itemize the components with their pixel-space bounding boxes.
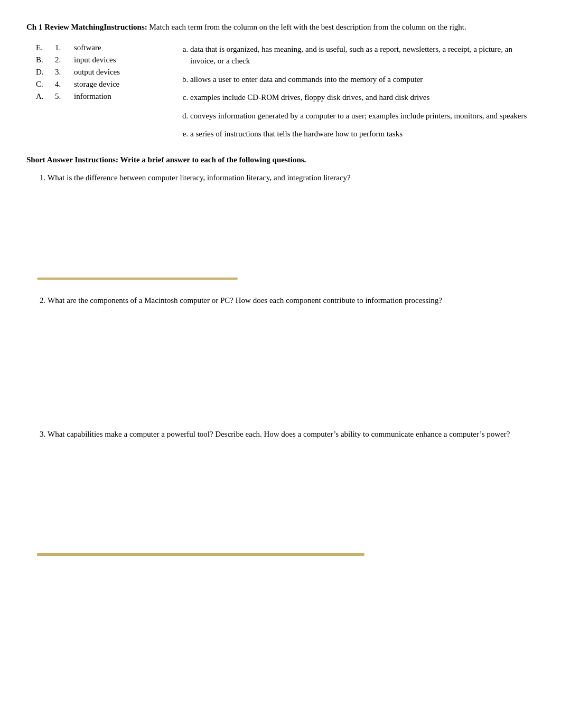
term-cell: output devices [70,66,124,78]
table-row: D. 3. output devices [32,66,124,78]
underline-bar-bottom [37,553,364,556]
list-item: examples include CD-ROM drives, floppy d… [190,90,534,105]
short-answer-section: Short Answer Instructions: Write a brief… [26,155,534,557]
term-cell: storage device [70,78,124,90]
matching-container: E. 1. software B. 2. input devices D. 3.… [32,42,534,145]
question-2: What are the components of a Macintosh c… [48,294,534,423]
answer-space-2 [48,307,534,423]
table-row: C. 4. storage device [32,78,124,90]
letter-cell: B. [32,54,51,66]
list-item: a series of instructions that tells the … [190,126,534,142]
list-item: data that is organized, has meaning, and… [190,42,534,69]
instructions-bold-label: Instructions: [104,23,147,31]
table-row: B. 2. input devices [32,54,124,66]
section-header: Ch 1 Review MatchingInstructions: Match … [26,21,534,33]
matching-left: E. 1. software B. 2. input devices D. 3.… [32,42,180,145]
question-2-text: What are the components of a Macintosh c… [48,296,442,305]
matching-right: data that is organized, has meaning, and… [180,42,534,145]
letter-cell: D. [32,66,51,78]
letter-cell: E. [32,42,51,54]
answer-space-3 [48,440,534,556]
answer-space-1 [48,183,534,289]
letter-cell: A. [32,90,51,103]
short-answer-bold-label: Short Answer Instructions: [26,155,118,164]
list-item: allows a user to enter data and commands… [190,72,534,87]
number-cell: 1. [51,42,70,54]
list-item: conveys information generated by a compu… [190,108,534,124]
number-cell: 5. [51,90,70,103]
number-cell: 2. [51,54,70,66]
page-content: Ch 1 Review MatchingInstructions: Match … [26,21,534,556]
instructions-text: Match each term from the column on the l… [147,23,466,31]
number-cell: 3. [51,66,70,78]
term-cell: software [70,42,124,54]
questions-list: What is the difference between computer … [26,172,534,557]
question-3-text: What capabilities make a computer a powe… [48,430,510,438]
question-1-text: What is the difference between computer … [48,173,351,182]
descriptions-list: data that is organized, has meaning, and… [180,42,534,142]
term-cell: information [70,90,124,103]
matching-table: E. 1. software B. 2. input devices D. 3.… [32,42,124,103]
table-row: A. 5. information [32,90,124,103]
table-row: E. 1. software [32,42,124,54]
question-3: What capabilities make a computer a powe… [48,428,534,557]
short-answer-header: Short Answer Instructions: Write a brief… [26,155,534,164]
question-1: What is the difference between computer … [48,172,534,290]
letter-cell: C. [32,78,51,90]
term-cell: input devices [70,54,124,66]
underline-bar-1 [37,278,238,280]
short-answer-normal-text: Write a brief answer to each of the foll… [118,155,306,164]
ch1-label: Ch 1 Review Matching [26,23,104,31]
number-cell: 4. [51,78,70,90]
